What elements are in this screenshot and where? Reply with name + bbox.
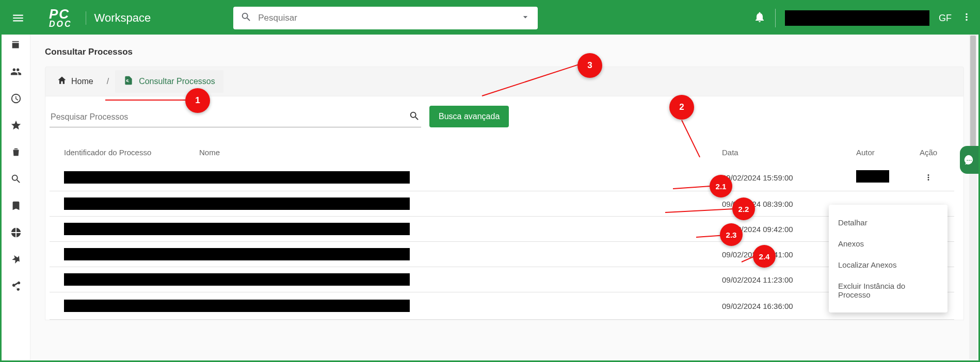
content-card: Busca avançada Identificador do Processo… xyxy=(45,96,964,320)
header-right: GF xyxy=(753,9,972,27)
sidebar-item-docs[interactable] xyxy=(10,39,22,51)
home-icon xyxy=(57,75,67,88)
th-data: Data xyxy=(722,148,856,157)
global-search-input[interactable] xyxy=(258,13,520,23)
cell-id-redacted xyxy=(55,198,199,210)
row-kebab-icon[interactable] xyxy=(921,170,936,185)
annotation-marker-2: 2 xyxy=(669,95,694,120)
cell-id-redacted xyxy=(55,273,199,286)
breadcrumb-separator: / xyxy=(107,77,109,86)
vertical-scrollbar[interactable] xyxy=(969,35,977,359)
table-row: 09/02/2024 09:42:00 xyxy=(50,217,954,242)
annotation-marker-2-3: 2.3 xyxy=(720,223,743,246)
sidebar-item-send[interactable] xyxy=(10,253,22,266)
process-table: Identificador do Processo Nome Data Auto… xyxy=(50,141,954,320)
th-acao: Ação xyxy=(908,148,949,157)
search-dropdown-icon[interactable] xyxy=(520,12,531,24)
app-logo: PCDOC Workspace xyxy=(49,8,151,28)
cell-id-redacted xyxy=(55,300,199,312)
divider xyxy=(775,9,776,27)
cell-data: 09/02/2024 15:59:00 xyxy=(722,173,856,182)
help-tab[interactable] xyxy=(960,146,978,174)
th-autor: Autor xyxy=(856,148,908,157)
main-content: Consultar Processos Home / Consultar Pro… xyxy=(30,35,978,360)
cell-id-redacted xyxy=(55,223,199,235)
sidebar-item-bookmark[interactable] xyxy=(10,200,22,212)
annotation-marker-2-1: 2.1 xyxy=(710,175,732,198)
annotation-marker-1: 1 xyxy=(185,88,210,113)
table-row: 09/02/2024 08:39:00 xyxy=(50,191,954,217)
table-header: Identificador do Processo Nome Data Auto… xyxy=(50,141,954,164)
menu-anexos[interactable]: Anexos xyxy=(829,233,947,254)
page-title: Consultar Processos xyxy=(45,47,964,57)
breadcrumb-current[interactable]: Consultar Processos xyxy=(115,70,223,93)
header-kebab-icon[interactable] xyxy=(961,11,972,25)
annotation-marker-3: 3 xyxy=(577,53,602,78)
annotation-marker-2-2: 2.2 xyxy=(732,198,755,220)
search-doc-icon xyxy=(123,75,134,88)
table-row: 09/02/2024 16:36:00 Jonatas xyxy=(50,292,954,320)
table-row: 09/02/2024 11:23:00 xyxy=(50,267,954,292)
sidebar-item-people[interactable] xyxy=(10,65,22,78)
workspace-label: Workspace xyxy=(86,11,151,25)
user-name-redacted xyxy=(785,10,929,26)
logo-text: PCDOC xyxy=(49,8,72,28)
notifications-icon[interactable] xyxy=(753,11,766,25)
search-icon[interactable] xyxy=(409,110,420,124)
th-id: Identificador do Processo xyxy=(55,148,199,157)
breadcrumb-current-label: Consultar Processos xyxy=(139,77,215,86)
th-nome: Nome xyxy=(199,148,722,157)
advanced-search-button[interactable]: Busca avançada xyxy=(429,106,509,127)
sidebar-item-favorites[interactable] xyxy=(10,119,22,131)
sidebar xyxy=(2,35,30,360)
search-icon xyxy=(240,11,252,25)
breadcrumb-home-label: Home xyxy=(71,77,93,86)
menu-excluir[interactable]: Excluir Instância do Processo xyxy=(829,275,947,305)
app-header: PCDOC Workspace GF xyxy=(2,2,978,35)
hamburger-menu[interactable] xyxy=(8,8,28,28)
sidebar-item-reports[interactable] xyxy=(10,226,22,239)
sidebar-item-history[interactable] xyxy=(10,92,22,105)
menu-localizar-anexos[interactable]: Localizar Anexos xyxy=(829,254,947,275)
row-actions-menu: Detalhar Anexos Localizar Anexos Excluir… xyxy=(829,205,947,312)
table-row: 09/02/2024 15:59:00 xyxy=(50,164,954,191)
sidebar-item-share[interactable] xyxy=(10,280,22,292)
sidebar-item-trash[interactable] xyxy=(10,146,22,158)
table-row: 09/02/2024 10:41:00 xyxy=(50,242,954,267)
sidebar-item-search[interactable] xyxy=(10,173,22,185)
process-search-input[interactable] xyxy=(51,112,409,122)
cell-autor xyxy=(856,170,908,185)
user-initials[interactable]: GF xyxy=(939,13,952,24)
cell-id-redacted xyxy=(55,248,199,260)
breadcrumb: Home / Consultar Processos xyxy=(45,67,964,96)
menu-detalhar[interactable]: Detalhar xyxy=(829,212,947,233)
annotation-arrow xyxy=(105,100,188,101)
annotation-marker-2-4: 2.4 xyxy=(753,245,776,268)
breadcrumb-home[interactable]: Home xyxy=(50,70,101,93)
process-search-field[interactable] xyxy=(50,108,421,127)
global-search[interactable] xyxy=(233,7,538,29)
search-row: Busca avançada xyxy=(50,106,954,127)
cell-acao xyxy=(908,170,949,185)
cell-id-redacted xyxy=(55,171,199,184)
